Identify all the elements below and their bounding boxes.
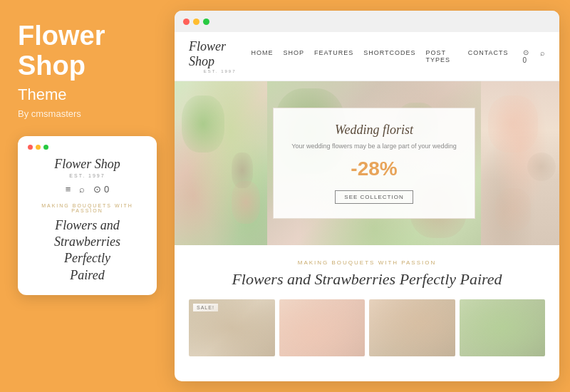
hamburger-icon[interactable]: ≡ — [66, 184, 71, 195]
nav-post-types[interactable]: Post Types — [426, 49, 458, 63]
search-nav-icon[interactable]: ⌕ — [540, 48, 545, 64]
title-line1: Flower — [18, 21, 105, 51]
title-line2: Shop — [18, 51, 86, 81]
browser-dot-yellow[interactable] — [193, 19, 200, 25]
cart-icon[interactable]: ⊙ 0 — [93, 184, 109, 195]
nav-features[interactable]: Features — [314, 49, 353, 63]
nav-links: Home Shop Features Shortcodes Post Types… — [251, 49, 508, 63]
site-logo-est: EST. 1997 — [189, 69, 251, 73]
mobile-tagline: Making Bouquets With Passion — [28, 203, 147, 213]
hero-card-discount: -28% — [291, 158, 456, 180]
site-navigation: Flower Shop EST. 1997 Home Shop Features… — [175, 32, 559, 81]
mobile-logo: Flower Shop — [28, 157, 147, 172]
theme-by: By cmsmasters — [18, 108, 157, 119]
browser-content: Flower Shop EST. 1997 Home Shop Features… — [175, 32, 559, 381]
site-logo[interactable]: Flower Shop EST. 1997 — [189, 39, 251, 73]
mobile-est: EST. 1997 — [28, 173, 147, 178]
dot-green — [43, 145, 48, 150]
browser-dot-green[interactable] — [203, 19, 209, 25]
mobile-heading: Flowers andStrawberriesPerfectlyPaired — [28, 217, 147, 284]
hero-section: Wedding florist Your wedding flowers may… — [175, 81, 559, 245]
hero-center-area: Wedding florist Your wedding flowers may… — [267, 81, 481, 245]
hero-card-title: Wedding florist — [291, 123, 456, 138]
nav-action-icons: ⊙ 0 ⌕ — [523, 48, 546, 64]
product-thumb-1[interactable]: SALE! — [189, 299, 275, 356]
product-thumb-2[interactable] — [279, 299, 366, 356]
cart-nav-icon[interactable]: ⊙ 0 — [523, 48, 534, 64]
browser-dot-red[interactable] — [183, 19, 190, 25]
product-thumb-4[interactable] — [460, 299, 546, 356]
nav-contacts[interactable]: Contacts — [468, 49, 509, 63]
hero-right-image — [481, 81, 559, 245]
nav-shop[interactable]: Shop — [283, 49, 304, 63]
see-collection-button[interactable]: SEE COLLECTION — [335, 190, 413, 204]
mobile-window-dots — [28, 145, 147, 150]
mobile-preview-card: Flower Shop EST. 1997 ≡ ⌕ ⊙ 0 Making Bou… — [18, 136, 157, 296]
content-tagline: Making Bouquets With Passion — [189, 259, 545, 266]
dot-yellow — [36, 145, 41, 150]
nav-home[interactable]: Home — [251, 49, 273, 63]
product-thumb-3[interactable] — [369, 299, 455, 356]
left-panel: Flower Shop Theme By cmsmasters Flower S… — [0, 0, 175, 392]
content-section: Making Bouquets With Passion Flowers and… — [175, 245, 559, 299]
theme-subtitle: Theme — [18, 86, 157, 104]
nav-shortcodes[interactable]: Shortcodes — [363, 49, 415, 63]
theme-title: Flower Shop — [18, 21, 157, 81]
hero-card-subtitle: Your wedding flowers may be a large part… — [291, 142, 456, 151]
browser-window: Flower Shop EST. 1997 Home Shop Features… — [175, 11, 559, 381]
hero-promo-card: Wedding florist Your wedding flowers may… — [273, 108, 475, 220]
search-icon[interactable]: ⌕ — [79, 184, 85, 195]
mobile-nav-icons: ≡ ⌕ ⊙ 0 — [28, 184, 147, 195]
dot-red — [28, 145, 33, 150]
product-strip: SALE! — [175, 299, 559, 356]
browser-bar — [175, 11, 559, 32]
hero-left-image — [175, 81, 267, 245]
content-heading: Flowers and Strawberries Perfectly Paire… — [189, 270, 545, 289]
